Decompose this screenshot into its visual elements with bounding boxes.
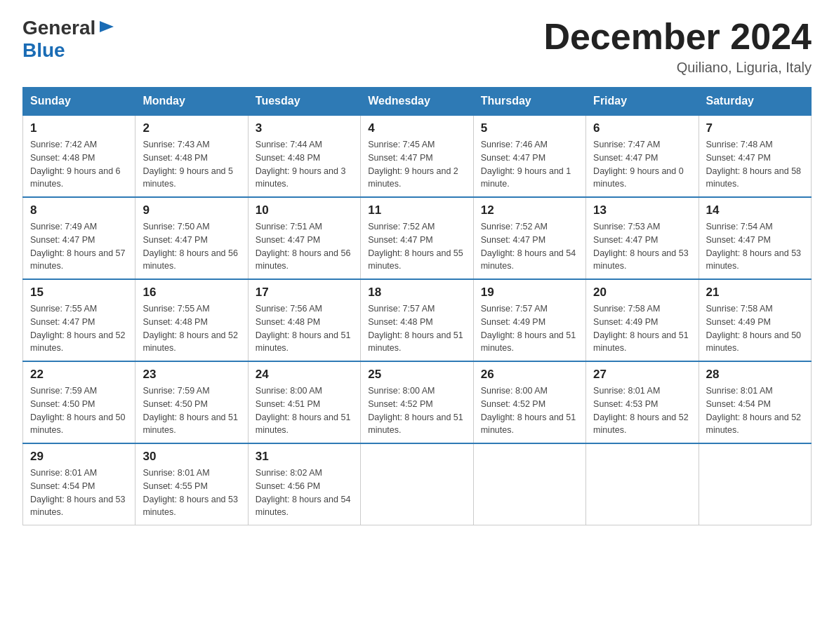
day-info: Sunrise: 7:52 AMSunset: 4:47 PMDaylight:… bbox=[481, 220, 578, 273]
day-info: Sunrise: 7:55 AMSunset: 4:48 PMDaylight:… bbox=[143, 302, 240, 355]
day-info: Sunrise: 7:49 AMSunset: 4:47 PMDaylight:… bbox=[30, 220, 128, 273]
day-number: 31 bbox=[256, 450, 353, 464]
month-title: December 2024 bbox=[543, 17, 812, 57]
day-number: 27 bbox=[593, 368, 691, 382]
calendar-cell: 29Sunrise: 8:01 AMSunset: 4:54 PMDayligh… bbox=[23, 443, 135, 525]
day-number: 29 bbox=[30, 450, 128, 464]
calendar-cell: 16Sunrise: 7:55 AMSunset: 4:48 PMDayligh… bbox=[135, 279, 248, 361]
calendar-cell: 21Sunrise: 7:58 AMSunset: 4:49 PMDayligh… bbox=[699, 279, 811, 361]
day-number: 25 bbox=[368, 368, 465, 382]
day-number: 17 bbox=[256, 286, 353, 300]
calendar-cell: 11Sunrise: 7:52 AMSunset: 4:47 PMDayligh… bbox=[361, 197, 473, 279]
day-number: 21 bbox=[706, 286, 804, 300]
week-row-3: 15Sunrise: 7:55 AMSunset: 4:47 PMDayligh… bbox=[23, 279, 812, 361]
day-info: Sunrise: 7:44 AMSunset: 4:48 PMDaylight:… bbox=[256, 138, 353, 191]
week-row-2: 8Sunrise: 7:49 AMSunset: 4:47 PMDaylight… bbox=[23, 197, 812, 279]
day-number: 13 bbox=[593, 203, 691, 217]
column-header-thursday: Thursday bbox=[473, 88, 585, 116]
calendar-cell: 1Sunrise: 7:42 AMSunset: 4:48 PMDaylight… bbox=[23, 115, 135, 197]
day-info: Sunrise: 8:01 AMSunset: 4:54 PMDaylight:… bbox=[30, 467, 128, 519]
day-info: Sunrise: 7:46 AMSunset: 4:47 PMDaylight:… bbox=[481, 138, 578, 191]
column-header-monday: Monday bbox=[135, 88, 248, 116]
calendar-cell: 9Sunrise: 7:50 AMSunset: 4:47 PMDaylight… bbox=[135, 197, 248, 279]
day-info: Sunrise: 7:43 AMSunset: 4:48 PMDaylight:… bbox=[143, 138, 240, 191]
day-number: 10 bbox=[256, 203, 353, 217]
day-number: 15 bbox=[30, 286, 128, 300]
title-section: December 2024 Quiliano, Liguria, Italy bbox=[543, 17, 812, 76]
calendar-cell: 30Sunrise: 8:01 AMSunset: 4:55 PMDayligh… bbox=[135, 443, 248, 525]
calendar-cell: 12Sunrise: 7:52 AMSunset: 4:47 PMDayligh… bbox=[473, 197, 585, 279]
day-info: Sunrise: 7:59 AMSunset: 4:50 PMDaylight:… bbox=[30, 384, 128, 437]
day-number: 24 bbox=[256, 368, 353, 382]
logo-arrow-icon bbox=[97, 17, 117, 36]
day-info: Sunrise: 7:53 AMSunset: 4:47 PMDaylight:… bbox=[593, 220, 691, 273]
day-info: Sunrise: 7:57 AMSunset: 4:48 PMDaylight:… bbox=[368, 302, 465, 355]
calendar-cell bbox=[586, 443, 699, 525]
day-number: 7 bbox=[706, 121, 804, 135]
day-number: 1 bbox=[30, 121, 128, 135]
calendar-cell: 25Sunrise: 8:00 AMSunset: 4:52 PMDayligh… bbox=[361, 361, 473, 443]
day-info: Sunrise: 8:02 AMSunset: 4:56 PMDaylight:… bbox=[256, 467, 353, 519]
location-subtitle: Quiliano, Liguria, Italy bbox=[543, 60, 812, 76]
calendar-cell bbox=[361, 443, 473, 525]
day-number: 28 bbox=[706, 368, 804, 382]
calendar-cell: 10Sunrise: 7:51 AMSunset: 4:47 PMDayligh… bbox=[248, 197, 360, 279]
day-info: Sunrise: 8:00 AMSunset: 4:52 PMDaylight:… bbox=[481, 384, 578, 437]
day-number: 11 bbox=[368, 203, 465, 217]
svg-marker-0 bbox=[100, 21, 114, 32]
day-number: 23 bbox=[143, 368, 240, 382]
logo-general-text: General bbox=[22, 17, 95, 39]
column-header-tuesday: Tuesday bbox=[248, 88, 360, 116]
day-info: Sunrise: 7:57 AMSunset: 4:49 PMDaylight:… bbox=[481, 302, 578, 355]
day-info: Sunrise: 8:00 AMSunset: 4:51 PMDaylight:… bbox=[256, 384, 353, 437]
day-number: 30 bbox=[143, 450, 240, 464]
day-number: 26 bbox=[481, 368, 578, 382]
calendar-cell: 15Sunrise: 7:55 AMSunset: 4:47 PMDayligh… bbox=[23, 279, 135, 361]
day-number: 14 bbox=[706, 203, 804, 217]
column-header-sunday: Sunday bbox=[23, 88, 135, 116]
calendar-cell: 20Sunrise: 7:58 AMSunset: 4:49 PMDayligh… bbox=[586, 279, 699, 361]
calendar-cell: 7Sunrise: 7:48 AMSunset: 4:47 PMDaylight… bbox=[699, 115, 811, 197]
day-number: 2 bbox=[143, 121, 240, 135]
day-number: 16 bbox=[143, 286, 240, 300]
calendar-cell: 26Sunrise: 8:00 AMSunset: 4:52 PMDayligh… bbox=[473, 361, 585, 443]
day-info: Sunrise: 7:50 AMSunset: 4:47 PMDaylight:… bbox=[143, 220, 240, 273]
day-info: Sunrise: 7:58 AMSunset: 4:49 PMDaylight:… bbox=[593, 302, 691, 355]
column-header-wednesday: Wednesday bbox=[361, 88, 473, 116]
day-number: 4 bbox=[368, 121, 465, 135]
week-row-5: 29Sunrise: 8:01 AMSunset: 4:54 PMDayligh… bbox=[23, 443, 812, 525]
day-number: 19 bbox=[481, 286, 578, 300]
day-info: Sunrise: 7:42 AMSunset: 4:48 PMDaylight:… bbox=[30, 138, 128, 191]
logo: General Blue bbox=[22, 17, 117, 62]
day-number: 9 bbox=[143, 203, 240, 217]
day-info: Sunrise: 7:56 AMSunset: 4:48 PMDaylight:… bbox=[256, 302, 353, 355]
day-info: Sunrise: 7:55 AMSunset: 4:47 PMDaylight:… bbox=[30, 302, 128, 355]
day-info: Sunrise: 7:47 AMSunset: 4:47 PMDaylight:… bbox=[593, 138, 691, 191]
day-info: Sunrise: 7:59 AMSunset: 4:50 PMDaylight:… bbox=[143, 384, 240, 437]
calendar-cell: 28Sunrise: 8:01 AMSunset: 4:54 PMDayligh… bbox=[699, 361, 811, 443]
calendar-cell: 18Sunrise: 7:57 AMSunset: 4:48 PMDayligh… bbox=[361, 279, 473, 361]
week-row-4: 22Sunrise: 7:59 AMSunset: 4:50 PMDayligh… bbox=[23, 361, 812, 443]
calendar-cell: 4Sunrise: 7:45 AMSunset: 4:47 PMDaylight… bbox=[361, 115, 473, 197]
calendar-cell: 13Sunrise: 7:53 AMSunset: 4:47 PMDayligh… bbox=[586, 197, 699, 279]
calendar-cell: 2Sunrise: 7:43 AMSunset: 4:48 PMDaylight… bbox=[135, 115, 248, 197]
calendar-cell: 22Sunrise: 7:59 AMSunset: 4:50 PMDayligh… bbox=[23, 361, 135, 443]
day-number: 18 bbox=[368, 286, 465, 300]
day-number: 5 bbox=[481, 121, 578, 135]
calendar-cell: 23Sunrise: 7:59 AMSunset: 4:50 PMDayligh… bbox=[135, 361, 248, 443]
page-header: General Blue December 2024 Quiliano, Lig… bbox=[22, 17, 812, 76]
day-info: Sunrise: 7:48 AMSunset: 4:47 PMDaylight:… bbox=[706, 138, 804, 191]
calendar-cell: 24Sunrise: 8:00 AMSunset: 4:51 PMDayligh… bbox=[248, 361, 360, 443]
day-info: Sunrise: 7:58 AMSunset: 4:49 PMDaylight:… bbox=[706, 302, 804, 355]
day-headers-row: SundayMondayTuesdayWednesdayThursdayFrid… bbox=[23, 88, 812, 116]
column-header-saturday: Saturday bbox=[699, 88, 811, 116]
calendar-table: SundayMondayTuesdayWednesdayThursdayFrid… bbox=[22, 87, 812, 525]
calendar-cell: 6Sunrise: 7:47 AMSunset: 4:47 PMDaylight… bbox=[586, 115, 699, 197]
day-info: Sunrise: 7:54 AMSunset: 4:47 PMDaylight:… bbox=[706, 220, 804, 273]
day-info: Sunrise: 8:00 AMSunset: 4:52 PMDaylight:… bbox=[368, 384, 465, 437]
calendar-cell: 14Sunrise: 7:54 AMSunset: 4:47 PMDayligh… bbox=[699, 197, 811, 279]
calendar-cell: 27Sunrise: 8:01 AMSunset: 4:53 PMDayligh… bbox=[586, 361, 699, 443]
calendar-cell bbox=[699, 443, 811, 525]
calendar-cell: 31Sunrise: 8:02 AMSunset: 4:56 PMDayligh… bbox=[248, 443, 360, 525]
calendar-cell: 17Sunrise: 7:56 AMSunset: 4:48 PMDayligh… bbox=[248, 279, 360, 361]
